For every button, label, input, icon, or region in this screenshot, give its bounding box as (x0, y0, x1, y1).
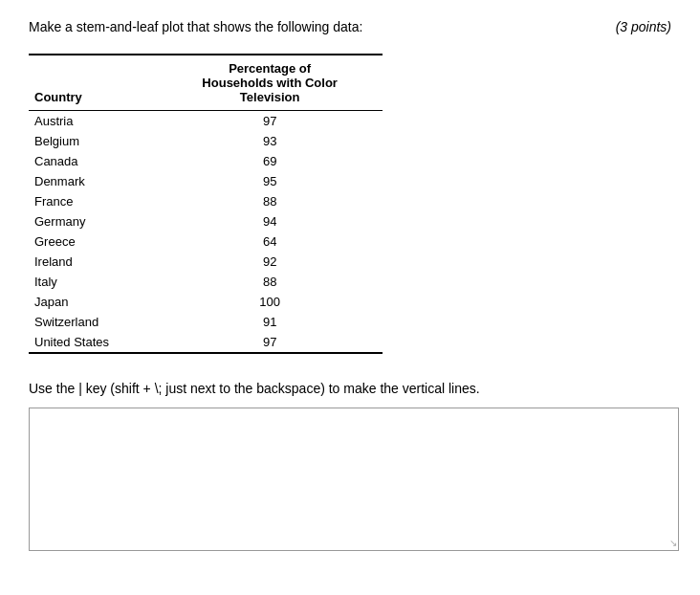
value-cell: 94 (161, 211, 383, 231)
country-cell: Italy (29, 272, 161, 292)
table-row: Canada69 (29, 151, 383, 171)
table-row: Switzerland91 (29, 312, 383, 332)
country-cell: Ireland (29, 252, 161, 272)
value-cell: 64 (161, 231, 383, 252)
value-cell: 88 (161, 191, 383, 211)
value-cell: 91 (161, 312, 383, 332)
prompt-text: Make a stem-and-leaf plot that shows the… (29, 19, 362, 34)
answer-textarea[interactable] (29, 408, 679, 551)
table-row: Austria97 (29, 111, 383, 132)
textarea-wrapper: ↘ (29, 408, 679, 551)
col-country-header: Country (29, 55, 161, 111)
value-cell: 92 (161, 252, 383, 272)
country-cell: Canada (29, 151, 161, 171)
country-cell: Denmark (29, 171, 161, 191)
value-cell: 93 (161, 131, 383, 151)
table-row: Belgium93 (29, 131, 383, 151)
value-cell: 97 (161, 332, 383, 353)
country-cell: Greece (29, 231, 161, 252)
table-row: Italy88 (29, 272, 383, 292)
value-cell: 88 (161, 272, 383, 292)
header-row: Make a stem-and-leaf plot that shows the… (29, 19, 671, 34)
table-row: Ireland92 (29, 252, 383, 272)
table-row: France88 (29, 191, 383, 211)
table-container: Country Percentage of Households with Co… (29, 54, 383, 362)
table-row: Japan100 (29, 292, 383, 312)
resize-handle: ↘ (666, 538, 677, 549)
country-cell: Austria (29, 111, 161, 132)
table-row: Greece64 (29, 231, 383, 252)
col-pct-header: Percentage of Households with Color Tele… (161, 55, 383, 111)
table-row: United States97 (29, 332, 383, 353)
table-footer (29, 353, 383, 362)
country-cell: United States (29, 332, 161, 353)
country-cell: Switzerland (29, 312, 161, 332)
country-cell: Japan (29, 292, 161, 312)
country-cell: Belgium (29, 131, 161, 151)
country-cell: Germany (29, 211, 161, 231)
country-cell: France (29, 191, 161, 211)
value-cell: 95 (161, 171, 383, 191)
instruction-text: Use the | key (shift + \; just next to t… (29, 381, 671, 396)
value-cell: 69 (161, 151, 383, 171)
table-row: Denmark95 (29, 171, 383, 191)
data-table: Country Percentage of Households with Co… (29, 54, 383, 362)
value-cell: 97 (161, 111, 383, 132)
value-cell: 100 (161, 292, 383, 312)
points-text: (3 points) (616, 19, 671, 34)
table-row: Germany94 (29, 211, 383, 231)
